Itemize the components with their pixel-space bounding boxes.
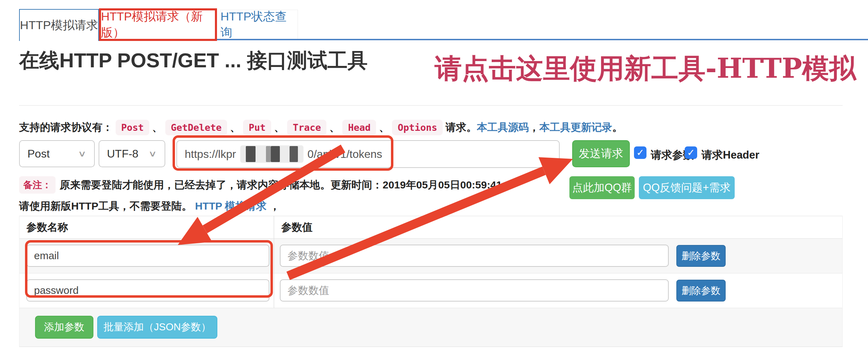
tab-http-simulate-new[interactable]: HTTP模拟请求（新版） <box>99 8 217 41</box>
separator: 、 <box>379 120 389 135</box>
url-redaction <box>240 145 303 163</box>
qq-feedback-button[interactable]: QQ反馈问题+需求 <box>639 176 735 199</box>
separator: 、 <box>274 120 284 135</box>
method-chip-put: Put <box>243 120 271 135</box>
checkmark-icon: ✓ <box>687 147 695 158</box>
method-chip-post: Post <box>116 120 149 135</box>
separator: 、 <box>230 120 240 135</box>
column-header-value: 参数值 <box>274 220 842 235</box>
charset-select[interactable]: UTF-8 ∨ <box>99 140 165 167</box>
supported-protocols-line: 支持的请求协议有： Post 、 GetDelete 、 Put 、 Trace… <box>19 120 623 135</box>
add-param-button[interactable]: 添加参数 <box>35 316 93 339</box>
separator: 、 <box>152 120 162 135</box>
comma: ， <box>529 120 539 135</box>
tab-label: HTTP模拟请求（新版） <box>101 9 215 41</box>
http-simulate-link[interactable]: HTTP 模拟请求 <box>195 200 267 212</box>
charset-select-value: UTF-8 <box>107 147 139 160</box>
tab-http-simulate[interactable]: HTTP模拟请求 <box>19 9 99 41</box>
separator: 、 <box>329 120 340 135</box>
param-name-input[interactable] <box>26 245 269 267</box>
params-table-header: 参数名称 参数值 <box>19 216 842 239</box>
note-badge: 备注： <box>19 176 56 194</box>
join-qq-group-button[interactable]: 点此加QQ群 <box>569 176 635 199</box>
method-select[interactable]: Post ∨ <box>19 140 95 167</box>
title-divider <box>19 105 843 106</box>
tab-label: HTTP状态查询 <box>220 9 298 41</box>
period: 。 <box>612 120 623 135</box>
column-header-name: 参数名称 <box>19 220 274 235</box>
protocols-label: 支持的请求协议有： <box>19 120 113 135</box>
chevron-down-icon: ∨ <box>78 150 86 158</box>
param-row-password: 删除参数 <box>19 273 842 308</box>
redaction-block <box>271 146 280 162</box>
request-url-input[interactable]: https://lkpr 0/api/v1/tokens <box>176 140 560 168</box>
tab-label: HTTP模拟请求 <box>20 17 98 33</box>
column-divider <box>274 239 274 273</box>
method-chip-options: Options <box>392 120 443 135</box>
param-name-input[interactable] <box>26 279 269 302</box>
new-tool-line: 请使用新版HTTP工具，不需要登陆。 HTTP 模拟请求 ， <box>19 199 280 213</box>
tab-http-status-query[interactable]: HTTP状态查询 <box>220 10 298 39</box>
request-header-checkbox[interactable]: ✓ <box>685 146 697 159</box>
method-chip-trace: Trace <box>287 120 326 135</box>
delete-param-button[interactable]: 删除参数 <box>676 280 726 302</box>
method-chip-getdelete: GetDelete <box>165 120 227 135</box>
send-request-button[interactable]: 发送请求 <box>572 140 630 167</box>
column-divider <box>274 273 274 308</box>
checkmark-icon: ✓ <box>636 147 644 158</box>
column-divider <box>274 216 274 238</box>
page-title: 在线HTTP POST/GET ... 接口测试工具 <box>19 47 368 74</box>
params-table: 参数名称 参数值 删除参数 删除参数 添加参数 批量添加（JSON参数） <box>19 216 843 347</box>
handwriting-annotation: 请点击这里使用新工具-HTTP模拟 <box>435 51 868 87</box>
redaction-block <box>266 146 271 162</box>
redaction-block <box>246 146 256 162</box>
param-value-input[interactable] <box>280 279 669 302</box>
request-header-checkbox-label: 请求Header <box>701 148 759 162</box>
request-params-checkbox[interactable]: ✓ <box>634 146 646 159</box>
params-table-footer: 添加参数 批量添加（JSON参数） <box>19 308 842 347</box>
method-select-value: Post <box>27 147 50 160</box>
new-tool-tail: ， <box>269 200 280 212</box>
url-suffix-text: 0/api/v1/tokens <box>308 148 382 161</box>
http-test-tool-page: HTTP模拟请求 HTTP模拟请求（新版） HTTP状态查询 在线HTTP PO… <box>0 0 868 356</box>
param-row-email: 删除参数 <box>19 239 842 273</box>
method-chip-head: Head <box>342 120 376 135</box>
redaction-block <box>290 146 298 162</box>
url-prefix-text: https://lkpr <box>185 148 236 161</box>
note-text: 原来需要登陆才能使用，已经去掉了，请求内容存储本地。更新时间：2019年05月0… <box>60 178 502 192</box>
new-tool-text: 请使用新版HTTP工具，不需要登陆。 <box>19 200 192 212</box>
protocols-tail: 请求。 <box>445 120 477 135</box>
changelog-link[interactable]: 本工具更新记录 <box>539 120 612 135</box>
batch-add-json-button[interactable]: 批量添加（JSON参数） <box>97 316 217 339</box>
source-code-link[interactable]: 本工具源码 <box>477 120 529 135</box>
chevron-down-icon: ∨ <box>148 150 157 158</box>
delete-param-button[interactable]: 删除参数 <box>676 245 726 267</box>
note-line: 备注： 原来需要登陆才能使用，已经去掉了，请求内容存储本地。更新时间：2019年… <box>19 176 502 194</box>
param-value-input[interactable] <box>280 245 669 267</box>
